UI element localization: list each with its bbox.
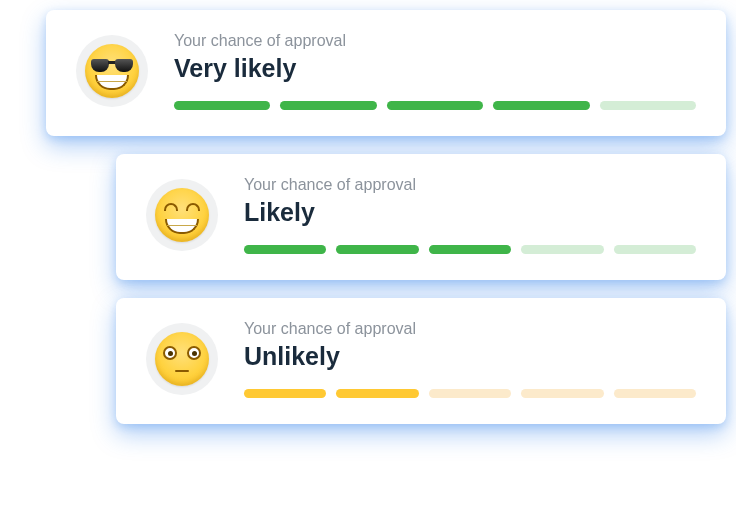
- progress-segment: [600, 101, 696, 110]
- progress-segment: [244, 389, 326, 398]
- approval-title: Unlikely: [244, 342, 696, 371]
- approval-card: Your chance of approval Unlikely: [116, 298, 726, 424]
- approval-title: Likely: [244, 198, 696, 227]
- approval-card: Your chance of approval Very likely: [46, 10, 726, 136]
- progress-segment: [614, 389, 696, 398]
- emoji-badge: [146, 179, 218, 251]
- progress-bars: [244, 245, 696, 254]
- grin-icon: [155, 188, 209, 242]
- card-content: Your chance of approval Very likely: [174, 32, 696, 110]
- progress-segment: [280, 101, 376, 110]
- progress-segment: [521, 245, 603, 254]
- progress-segment: [336, 245, 418, 254]
- progress-bars: [174, 101, 696, 110]
- progress-bars: [244, 389, 696, 398]
- card-content: Your chance of approval Unlikely: [244, 320, 696, 398]
- progress-segment: [174, 101, 270, 110]
- progress-segment: [614, 245, 696, 254]
- approval-title: Very likely: [174, 54, 696, 83]
- progress-segment: [244, 245, 326, 254]
- progress-segment: [521, 389, 603, 398]
- approval-card: Your chance of approval Likely: [116, 154, 726, 280]
- approval-subtitle: Your chance of approval: [244, 176, 696, 194]
- flushed-icon: [155, 332, 209, 386]
- emoji-badge: [76, 35, 148, 107]
- card-content: Your chance of approval Likely: [244, 176, 696, 254]
- progress-segment: [493, 101, 589, 110]
- progress-segment: [429, 389, 511, 398]
- approval-subtitle: Your chance of approval: [244, 320, 696, 338]
- progress-segment: [387, 101, 483, 110]
- progress-segment: [336, 389, 418, 398]
- approval-cards-container: Your chance of approval Very likely Your…: [10, 10, 726, 424]
- progress-segment: [429, 245, 511, 254]
- cool-sunglasses-icon: [85, 44, 139, 98]
- approval-subtitle: Your chance of approval: [174, 32, 696, 50]
- emoji-badge: [146, 323, 218, 395]
